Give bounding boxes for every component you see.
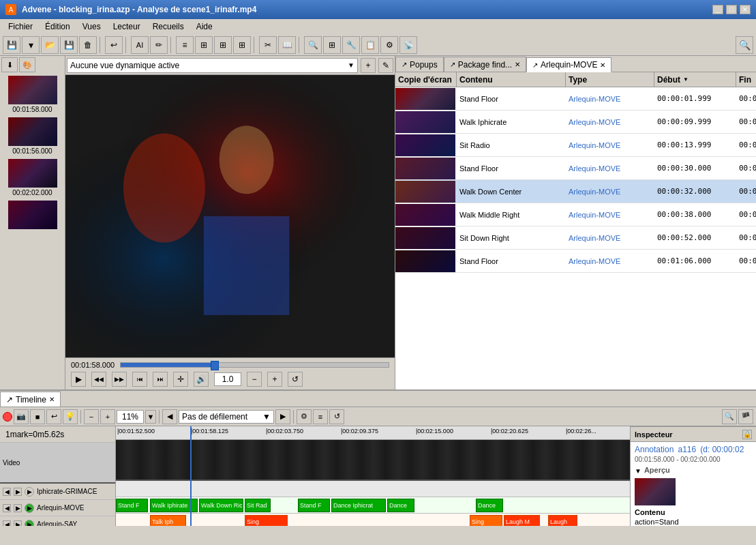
table-button[interactable]: ⊞ bbox=[195, 36, 213, 54]
repeat-button[interactable]: ↺ bbox=[288, 372, 303, 387]
table2-button[interactable]: ⊞ bbox=[214, 36, 232, 54]
ai-button[interactable]: AI bbox=[131, 36, 149, 54]
edit-button[interactable]: ✏ bbox=[150, 36, 168, 54]
saveas-button[interactable]: 💾 bbox=[60, 36, 78, 54]
block-dance-1[interactable]: Dance bbox=[387, 499, 414, 512]
tl-say-play[interactable]: ▶ bbox=[25, 520, 34, 527]
block-stand-f-2[interactable]: Stand F bbox=[298, 499, 330, 512]
col-fin[interactable]: Fin bbox=[736, 72, 756, 87]
annotation-row-8[interactable]: Stand Floor Arlequin-MOVE 00:01:06.000 0… bbox=[395, 250, 756, 273]
zoom-dropdown-button[interactable]: ▼ bbox=[145, 410, 156, 424]
tab-popups[interactable]: ↗ Popups bbox=[395, 57, 444, 72]
tl-stop-button[interactable]: ■ bbox=[30, 409, 45, 424]
tool4-button[interactable]: 📡 bbox=[399, 36, 417, 54]
tl-search-button[interactable]: 🔍 bbox=[722, 409, 737, 424]
annotation-row-1[interactable]: Stand Floor Arlequin-MOVE 00:00:01.999 0… bbox=[395, 87, 756, 111]
tl-move-next[interactable]: ▶ bbox=[14, 504, 22, 512]
tl-flag-button[interactable]: 🏴 bbox=[738, 409, 753, 424]
tl-bulb-button[interactable]: 💡 bbox=[63, 409, 78, 424]
tab-arlequin-close[interactable]: ✕ bbox=[600, 61, 605, 69]
inspector-lock-button[interactable]: 🔒 bbox=[742, 430, 752, 439]
undo-button[interactable]: ↩ bbox=[105, 36, 123, 54]
tl-minus-button[interactable]: − bbox=[84, 409, 99, 424]
window-controls[interactable]: _ □ ✕ bbox=[712, 5, 751, 14]
tl-move-prev[interactable]: ◀ bbox=[3, 504, 11, 512]
skip-back-button[interactable]: ⏮ bbox=[132, 372, 147, 387]
volume-button[interactable]: 🔊 bbox=[194, 372, 209, 387]
block-sit-rad[interactable]: Sit Rad bbox=[245, 499, 271, 512]
tl-forward-button[interactable]: ↩ bbox=[46, 409, 61, 424]
menu-recueils[interactable]: Recueils bbox=[147, 20, 190, 33]
col-content[interactable]: Contenu bbox=[457, 72, 566, 87]
progress-handle[interactable] bbox=[211, 361, 219, 370]
tab-arlequin-move[interactable]: ↗ Arlequin-MOVE ✕ bbox=[526, 57, 611, 72]
thumbnail-1[interactable]: 00:01:58.000 bbox=[0, 74, 65, 115]
view-edit-button[interactable]: ✎ bbox=[378, 58, 393, 73]
tl-plus-button[interactable]: + bbox=[100, 409, 115, 424]
tab-timeline-close[interactable]: ✕ bbox=[49, 396, 55, 403]
tool2-button[interactable]: 📋 bbox=[361, 36, 379, 54]
search-button[interactable]: 🔍 bbox=[304, 36, 322, 54]
tl-list-button[interactable]: ≡ bbox=[313, 409, 328, 424]
delete-button[interactable]: 🗑 bbox=[79, 36, 97, 54]
progress-bar[interactable] bbox=[120, 362, 389, 368]
block-stand-f-1[interactable]: Stand F bbox=[116, 499, 148, 512]
menu-vues[interactable]: Vues bbox=[77, 20, 106, 33]
tool3-button[interactable]: ⚙ bbox=[380, 36, 398, 54]
maximize-button[interactable]: □ bbox=[726, 5, 737, 14]
tab-package-close[interactable]: ✕ bbox=[515, 61, 520, 68]
menu-lecteur[interactable]: Lecteur bbox=[108, 20, 146, 33]
new-button[interactable]: 💾 bbox=[3, 36, 20, 54]
ann-type-2[interactable]: Arlequin-MOVE bbox=[566, 117, 654, 128]
menu-aide[interactable]: Aide bbox=[191, 20, 218, 33]
ann-type-7[interactable]: Arlequin-MOVE bbox=[566, 233, 654, 244]
tl-move-play[interactable]: ▶ bbox=[25, 503, 34, 513]
tl-nav-right[interactable]: ▶ bbox=[275, 409, 290, 424]
block-sing-1[interactable]: Sing bbox=[245, 515, 288, 526]
list-button[interactable]: ≡ bbox=[176, 36, 194, 54]
skip-fwd-button[interactable]: ⏭ bbox=[153, 372, 168, 387]
block-talk-iph[interactable]: Talk Iph bbox=[150, 515, 186, 526]
play-button[interactable]: ▶ bbox=[71, 372, 86, 387]
annotation-row-2[interactable]: Walk Iphicrate Arlequin-MOVE 00:00:09.99… bbox=[395, 111, 756, 134]
scroll-mode-dropdown[interactable]: Pas de défilement ▼ bbox=[179, 410, 274, 424]
tab-timeline[interactable]: ↗ Timeline ✕ bbox=[0, 392, 61, 407]
palette-button[interactable]: 🎨 bbox=[19, 57, 35, 72]
download-button[interactable]: ⬇ bbox=[1, 57, 18, 72]
tl-say-next[interactable]: ▶ bbox=[14, 520, 22, 527]
tl-iphicrate-next[interactable]: ▶ bbox=[14, 488, 22, 496]
block-dance-iphicrat[interactable]: Dance Iphicrat bbox=[331, 499, 386, 512]
tl-refresh-button[interactable]: ↺ bbox=[329, 409, 344, 424]
ann-type-4[interactable]: Arlequin-MOVE bbox=[566, 163, 654, 174]
record-button[interactable] bbox=[3, 412, 12, 422]
ann-type-3[interactable]: Arlequin-MOVE bbox=[566, 140, 654, 151]
tl-iphicrate-play[interactable]: ▶ bbox=[25, 487, 34, 497]
grid-button[interactable]: ⊞ bbox=[323, 36, 341, 54]
menu-fichier[interactable]: Fichier bbox=[3, 20, 38, 33]
ann-type-1[interactable]: Arlequin-MOVE bbox=[566, 93, 654, 104]
annotation-row-4[interactable]: Stand Floor Arlequin-MOVE 00:00:30.000 0… bbox=[395, 157, 756, 180]
col-screenshot[interactable]: Copie d'écran bbox=[395, 72, 457, 87]
block-sing-2[interactable]: Sing bbox=[470, 515, 502, 526]
block-laugh[interactable]: Laugh bbox=[548, 515, 577, 526]
minimize-button[interactable]: _ bbox=[712, 5, 723, 14]
menu-edition[interactable]: Édition bbox=[40, 20, 76, 33]
tab-package-find[interactable]: ↗ Package find... ✕ bbox=[444, 57, 526, 72]
forward-button[interactable]: ▶▶ bbox=[112, 372, 127, 387]
annotation-row-3[interactable]: Sit Radio Arlequin-MOVE 00:00:13.999 00:… bbox=[395, 134, 756, 157]
block-laugh-m[interactable]: Laugh M bbox=[504, 515, 540, 526]
col-type[interactable]: Type bbox=[566, 72, 654, 87]
tl-snap-button[interactable]: 📷 bbox=[14, 409, 29, 424]
thumbnail-2[interactable]: 00:01:56.000 bbox=[0, 115, 65, 157]
rewind-button[interactable]: ◀◀ bbox=[91, 372, 106, 387]
global-search-button[interactable]: 🔍 bbox=[736, 36, 753, 54]
thumbnail-3[interactable]: 00:02:02.000 bbox=[0, 157, 65, 198]
col-debut[interactable]: Début ▼ bbox=[654, 72, 736, 87]
ann-type-8[interactable]: Arlequin-MOVE bbox=[566, 256, 654, 267]
annotation-row-6[interactable]: Walk Middle Right Arlequin-MOVE 00:00:38… bbox=[395, 203, 756, 226]
tl-nav-left[interactable]: ◀ bbox=[162, 409, 177, 424]
speed-increase-button[interactable]: + bbox=[267, 372, 282, 387]
tl-iphicrate-prev[interactable]: ◀ bbox=[3, 488, 11, 496]
move-button[interactable]: ✛ bbox=[173, 372, 188, 387]
playhead[interactable] bbox=[190, 426, 192, 526]
